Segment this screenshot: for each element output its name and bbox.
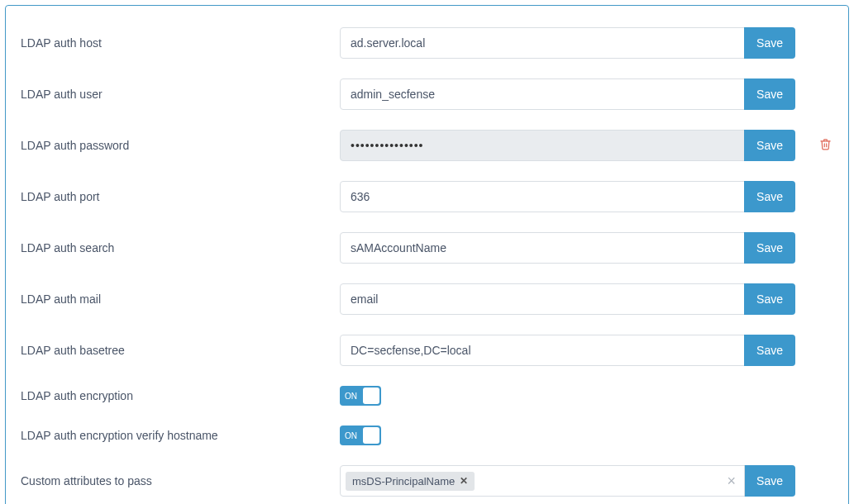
- row-ldap-mail: LDAP auth mail Save: [21, 273, 833, 325]
- save-button-port[interactable]: Save: [744, 181, 795, 212]
- row-ldap-encryption-verify: LDAP auth encryption verify hostname ON: [21, 416, 833, 455]
- tag-item: msDS-PrincipalName ✕: [346, 472, 475, 491]
- control-ldap-user: Save: [340, 78, 795, 110]
- input-ldap-port[interactable]: [340, 181, 745, 212]
- control-ldap-port: Save: [340, 181, 795, 212]
- tag-input-custom-attributes[interactable]: msDS-PrincipalName ✕ ×: [340, 465, 745, 497]
- label-ldap-search: LDAP auth search: [21, 241, 327, 254]
- input-ldap-mail[interactable]: [340, 283, 745, 315]
- input-ldap-password[interactable]: [340, 130, 745, 161]
- control-custom-attributes: msDS-PrincipalName ✕ × Save: [340, 465, 795, 497]
- label-ldap-encryption: LDAP auth encryption: [21, 389, 327, 402]
- trash-icon[interactable]: [819, 138, 832, 153]
- toggle-ldap-encryption-verify[interactable]: ON: [340, 426, 381, 445]
- row-ldap-encryption: LDAP auth encryption ON: [21, 376, 833, 416]
- save-button-host[interactable]: Save: [744, 27, 795, 59]
- control-ldap-encryption: ON: [340, 386, 833, 406]
- input-ldap-host[interactable]: [340, 27, 745, 59]
- row-ldap-basetree: LDAP auth basetree Save: [21, 325, 833, 376]
- label-ldap-host: LDAP auth host: [21, 36, 327, 50]
- input-ldap-user[interactable]: [340, 78, 745, 110]
- row-ldap-port: LDAP auth port Save: [21, 171, 833, 222]
- ldap-settings-panel: LDAP auth host Save LDAP auth user Save …: [5, 5, 849, 504]
- label-ldap-port: LDAP auth port: [21, 190, 327, 203]
- label-custom-attributes: Custom attributes to pass: [21, 474, 327, 487]
- label-ldap-user: LDAP auth user: [21, 88, 327, 101]
- label-ldap-password: LDAP auth password: [21, 139, 327, 152]
- row-ldap-host: LDAP auth host Save: [21, 17, 833, 69]
- label-ldap-mail: LDAP auth mail: [21, 292, 327, 306]
- tag-remove-icon[interactable]: ✕: [460, 475, 468, 487]
- control-ldap-search: Save: [340, 232, 795, 264]
- save-button-search[interactable]: Save: [744, 232, 795, 264]
- clear-all-icon[interactable]: ×: [728, 473, 737, 488]
- control-ldap-password: Save: [340, 130, 795, 161]
- label-ldap-basetree: LDAP auth basetree: [21, 344, 327, 357]
- toggle-ldap-encryption[interactable]: ON: [340, 386, 381, 406]
- row-ldap-search: LDAP auth search Save: [21, 222, 833, 273]
- row-ldap-user: LDAP auth user Save: [21, 69, 833, 120]
- save-button-user[interactable]: Save: [744, 78, 795, 110]
- toggle-label-on: ON: [345, 431, 357, 440]
- input-ldap-basetree[interactable]: [340, 335, 745, 366]
- save-button-mail[interactable]: Save: [744, 283, 795, 315]
- label-ldap-encryption-verify: LDAP auth encryption verify hostname: [21, 429, 327, 442]
- control-ldap-host: Save: [340, 27, 795, 59]
- save-button-basetree[interactable]: Save: [744, 335, 795, 366]
- tag-text: msDS-PrincipalName: [352, 475, 455, 487]
- control-ldap-encryption-verify: ON: [340, 426, 833, 445]
- save-button-custom-attributes[interactable]: Save: [744, 465, 795, 497]
- control-ldap-mail: Save: [340, 283, 795, 315]
- input-ldap-search[interactable]: [340, 232, 745, 264]
- row-ldap-password: LDAP auth password Save: [21, 120, 833, 171]
- save-button-password[interactable]: Save: [744, 130, 795, 161]
- toggle-label-on: ON: [345, 392, 357, 401]
- row-custom-attributes: Custom attributes to pass msDS-Principal…: [21, 455, 833, 504]
- control-ldap-basetree: Save: [340, 335, 795, 366]
- toggle-knob: [363, 427, 379, 444]
- toggle-knob: [363, 388, 379, 404]
